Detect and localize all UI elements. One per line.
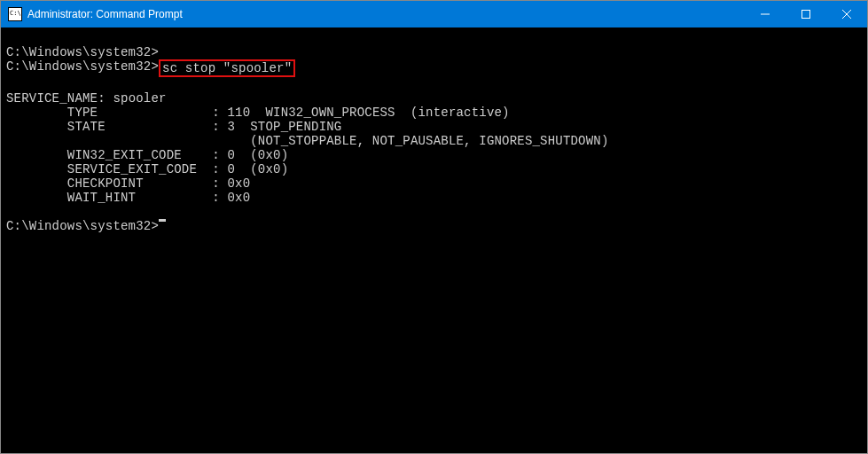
blank-line <box>6 205 862 219</box>
prompt-line-1: C:\Windows\system32> <box>6 45 862 59</box>
window-controls <box>745 1 867 27</box>
command-prompt-icon <box>8 7 22 21</box>
output-checkpoint: CHECKPOINT : 0x0 <box>6 176 862 191</box>
output-service-name: SERVICE_NAME: spooler <box>6 91 862 106</box>
prompt: C:\Windows\system32> <box>6 219 159 233</box>
prompt-line-3: C:\Windows\system32> <box>6 219 862 233</box>
prompt-line-2: C:\Windows\system32>sc stop "spooler" <box>6 59 862 77</box>
cursor <box>159 219 166 222</box>
terminal-output[interactable]: C:\Windows\system32>C:\Windows\system32>… <box>1 27 867 453</box>
svg-rect-0 <box>802 11 810 19</box>
output-type: TYPE : 110 WIN32_OWN_PROCESS (interactiv… <box>6 106 862 120</box>
output-state-flags: (NOT_STOPPABLE, NOT_PAUSABLE, IGNORES_SH… <box>6 134 862 148</box>
blank-line <box>6 77 862 91</box>
window-title: Administrator: Command Prompt <box>27 8 745 20</box>
prompt: C:\Windows\system32> <box>6 45 159 59</box>
output-wait-hint: WAIT_HINT : 0x0 <box>6 191 862 205</box>
output-win32-exit: WIN32_EXIT_CODE : 0 (0x0) <box>6 148 862 162</box>
blank-line <box>6 31 862 45</box>
prompt: C:\Windows\system32> <box>6 59 159 74</box>
command-prompt-window: Administrator: Command Prompt C:\Windows… <box>0 0 868 454</box>
output-service-exit: SERVICE_EXIT_CODE : 0 (0x0) <box>6 162 862 176</box>
titlebar[interactable]: Administrator: Command Prompt <box>1 1 867 27</box>
highlighted-command: sc stop "spooler" <box>159 59 295 77</box>
output-state: STATE : 3 STOP_PENDING <box>6 120 862 134</box>
close-button[interactable] <box>826 1 867 27</box>
minimize-button[interactable] <box>745 1 786 27</box>
maximize-button[interactable] <box>786 1 826 27</box>
